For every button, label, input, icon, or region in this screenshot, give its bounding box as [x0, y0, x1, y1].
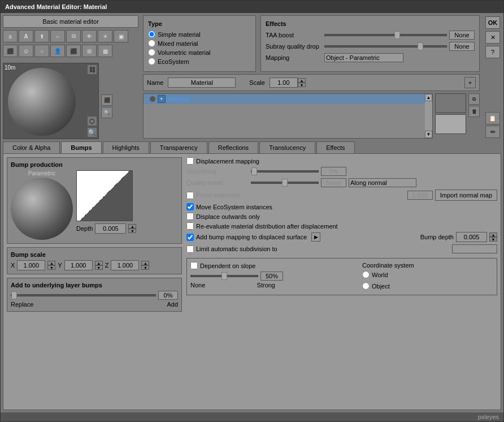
tab-effects[interactable]: Effects: [316, 141, 354, 153]
slope-row[interactable]: Dependent on slope: [190, 262, 283, 269]
tool-btn-a[interactable]: a: [3, 30, 18, 42]
tool-btn-text[interactable]: A: [19, 30, 33, 42]
add-bump-checkbox[interactable]: [186, 234, 194, 241]
quality-slider[interactable]: [251, 182, 319, 184]
slope-none-label: None: [190, 282, 205, 288]
add-bump-icon[interactable]: ▶: [311, 232, 320, 242]
preview-icon-link[interactable]: ⛓: [87, 64, 97, 75]
smoothing-slider[interactable]: [251, 170, 319, 173]
tool-btn-person[interactable]: 👤: [50, 45, 65, 57]
tab-color-alpha[interactable]: Color & Alpha: [3, 141, 60, 153]
blend-slider[interactable]: [11, 294, 156, 296]
taa-boost-slider[interactable]: [324, 34, 447, 36]
slope-checkbox[interactable]: [190, 262, 198, 269]
tool-btn-grid[interactable]: ⊞: [82, 45, 97, 57]
color-swatch-1: [435, 93, 466, 113]
replace-label: Replace: [11, 301, 33, 308]
displacement-row[interactable]: Displacement mapping: [186, 157, 497, 165]
bump-depth-up[interactable]: ▲: [489, 232, 497, 237]
displace-outwards-checkbox[interactable]: [186, 213, 194, 220]
scale-down-arrow[interactable]: ▼: [298, 83, 306, 87]
re-evaluate-row[interactable]: Re-evaluate material distribution after …: [186, 222, 497, 230]
bump-depth-down[interactable]: ▼: [489, 237, 497, 242]
radio-mixed[interactable]: Mixed material: [148, 40, 251, 47]
tool-btn-sun[interactable]: ☀: [98, 30, 112, 42]
force-ext-checkbox[interactable]: [186, 192, 194, 199]
depth-down-arrow[interactable]: ▼: [128, 229, 136, 233]
coord-object[interactable]: Object: [362, 282, 414, 290]
underlying-group: Add to underlying layer bumps 0% Replace…: [7, 278, 182, 312]
action-icon-copy[interactable]: ⧉: [468, 93, 480, 105]
y-input[interactable]: [64, 260, 93, 270]
title-bar: Advanced Material Editor: Material: [1, 1, 503, 13]
action-icon-zoom[interactable]: 🔍: [101, 107, 112, 118]
z-input[interactable]: [111, 260, 139, 270]
tab-reflections[interactable]: Reflections: [208, 141, 258, 153]
z-label: Z: [105, 262, 109, 269]
tool-btn-camera[interactable]: ⬛: [66, 45, 81, 57]
tool-btn-f2[interactable]: ⊙: [19, 45, 33, 57]
quality-dropdown[interactable]: Along normal: [349, 178, 416, 187]
tool-btn-circle[interactable]: ○: [34, 45, 49, 57]
tool-btn-render[interactable]: ▣: [114, 30, 128, 42]
tool-btn-import[interactable]: ⬆: [34, 30, 49, 42]
action-icon-cube[interactable]: ⬛: [101, 94, 112, 106]
move-eco-checkbox[interactable]: [186, 203, 194, 210]
displacement-checkbox[interactable]: [186, 157, 194, 165]
z-up[interactable]: ▲: [141, 261, 149, 265]
x-down[interactable]: ▼: [47, 265, 55, 270]
limit-subdiv-label: Limit automatic subdivision to: [196, 246, 277, 252]
limit-subdiv-dropdown[interactable]: [452, 244, 497, 253]
tool-btn-f1[interactable]: ⬛: [3, 45, 18, 57]
action-icon-delete[interactable]: 🗑: [468, 106, 480, 117]
force-ext-row[interactable]: Force extension: [186, 192, 240, 199]
tool-btn-video[interactable]: ▦: [98, 45, 112, 57]
z-down[interactable]: ▼: [141, 265, 149, 270]
add-bump-row[interactable]: Add bump mapping to displaced surface ▶: [186, 232, 320, 242]
scroll-down-btn[interactable]: ▼: [425, 131, 432, 138]
x-up[interactable]: ▲: [47, 261, 55, 265]
tree-expand-icon[interactable]: +: [158, 95, 166, 103]
radio-volumetric[interactable]: Volumetric material: [148, 49, 251, 56]
limit-subdiv-checkbox[interactable]: [186, 246, 194, 253]
coord-world[interactable]: World: [362, 271, 414, 278]
preview-icon-3d[interactable]: ⬡: [87, 116, 97, 126]
radio-simple[interactable]: Simple material: [148, 31, 251, 38]
bump-scale-group: Bump scale X ▲ ▼ Y ▲: [7, 247, 182, 274]
tab-translucency[interactable]: Translucency: [259, 141, 315, 153]
scale-up-arrow[interactable]: ▲: [298, 78, 306, 83]
bump-depth-input[interactable]: [456, 232, 487, 242]
re-evaluate-checkbox[interactable]: [186, 222, 194, 230]
import-normal-map-button[interactable]: Import normal map: [435, 190, 497, 201]
limit-subdiv-row[interactable]: Limit automatic subdivision to: [186, 246, 277, 253]
tree-item-material[interactable]: · + Material ✎: [144, 94, 432, 104]
depth-input[interactable]: [95, 223, 126, 234]
help-button[interactable]: ?: [485, 46, 500, 58]
depth-up-arrow[interactable]: ▲: [128, 224, 136, 229]
cancel-button[interactable]: ✕: [485, 31, 500, 44]
name-input[interactable]: [168, 77, 236, 88]
slope-slider[interactable]: [190, 275, 258, 277]
tab-bumps[interactable]: Bumps: [61, 141, 101, 153]
action-icon-1[interactable]: 📋: [485, 112, 500, 124]
basic-editor-button[interactable]: Basic material editor: [3, 15, 138, 28]
move-eco-row[interactable]: Move EcoSystem instances: [186, 203, 497, 210]
y-up[interactable]: ▲: [95, 261, 103, 265]
tool-btn-eye[interactable]: 👁: [82, 30, 97, 42]
add-layer-button[interactable]: +: [464, 77, 476, 88]
tool-btn-copy[interactable]: ⧉: [66, 30, 81, 42]
preview-icon-zoom[interactable]: 🔍: [87, 127, 97, 137]
y-down[interactable]: ▼: [95, 265, 103, 270]
displace-outwards-row[interactable]: Displace outwards only: [186, 213, 497, 220]
mapping-dropdown[interactable]: Object - Parametric: [324, 53, 403, 62]
x-input[interactable]: [17, 260, 45, 270]
action-icon-2[interactable]: ✏: [485, 126, 500, 138]
ok-button[interactable]: OK: [485, 16, 500, 29]
tab-transparency[interactable]: Transparency: [150, 141, 207, 153]
scale-input[interactable]: [270, 77, 298, 88]
subray-slider[interactable]: [324, 45, 447, 48]
tool-btn-export[interactable]: ↔: [50, 30, 65, 42]
scroll-up-btn[interactable]: ▲: [425, 94, 432, 101]
tab-highlights[interactable]: Highlights: [103, 141, 149, 153]
radio-ecosystem[interactable]: EcoSystem: [148, 58, 251, 65]
